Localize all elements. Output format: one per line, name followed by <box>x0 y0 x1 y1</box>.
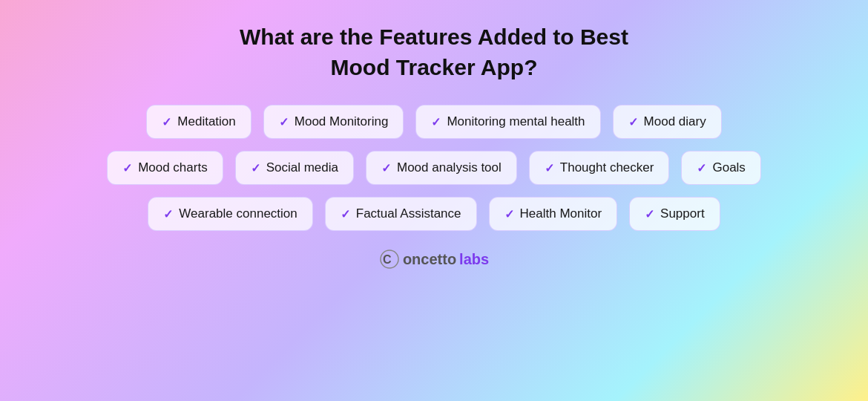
concetto-logo-icon: C <box>379 249 400 270</box>
check-icon-meditation: ✓ <box>162 115 171 129</box>
feature-chip-monitoring-mental-health: ✓Monitoring mental health <box>415 105 600 139</box>
check-icon-mood-monitoring: ✓ <box>279 115 289 129</box>
check-icon-mood-analysis-tool: ✓ <box>381 161 391 175</box>
features-grid: ✓Meditation✓Mood Monitoring✓Monitoring m… <box>30 105 838 231</box>
feature-chip-wearable-connection: ✓Wearable connection <box>148 197 312 231</box>
feature-label-health-monitor: Health Monitor <box>520 206 602 221</box>
feature-chip-mood-monitoring: ✓Mood Monitoring <box>263 105 404 139</box>
svg-text:C: C <box>383 253 392 266</box>
feature-chip-mood-diary: ✓Mood diary <box>613 105 722 139</box>
feature-chip-support: ✓Support <box>629 197 720 231</box>
feature-chip-mood-charts: ✓Mood charts <box>107 151 223 185</box>
check-icon-factual-assistance: ✓ <box>341 207 350 221</box>
feature-chip-health-monitor: ✓Health Monitor <box>489 197 618 231</box>
features-row-2: ✓Wearable connection✓Factual Assistance✓… <box>148 197 720 231</box>
feature-label-mood-diary: Mood diary <box>644 114 706 129</box>
feature-chip-meditation: ✓Meditation <box>146 105 251 139</box>
check-icon-social-media: ✓ <box>251 161 260 175</box>
feature-label-mood-analysis-tool: Mood analysis tool <box>397 160 502 175</box>
check-icon-support: ✓ <box>645 207 654 221</box>
feature-chip-factual-assistance: ✓Factual Assistance <box>325 197 477 231</box>
check-icon-health-monitor: ✓ <box>504 207 514 221</box>
feature-chip-mood-analysis-tool: ✓Mood analysis tool <box>366 151 517 185</box>
feature-label-monitoring-mental-health: Monitoring mental health <box>447 114 585 129</box>
check-icon-mood-charts: ✓ <box>122 161 132 175</box>
feature-label-wearable-connection: Wearable connection <box>179 206 297 221</box>
footer-brand-labs: labs <box>459 251 489 268</box>
feature-chip-goals: ✓Goals <box>681 151 760 185</box>
check-icon-thought-checker: ✓ <box>545 161 554 175</box>
footer: C oncettolabs <box>379 249 489 270</box>
features-row-1: ✓Mood charts✓Social media✓Mood analysis … <box>107 151 761 185</box>
feature-label-mood-charts: Mood charts <box>138 160 208 175</box>
feature-label-meditation: Meditation <box>177 114 235 129</box>
feature-label-social-media: Social media <box>266 160 338 175</box>
feature-label-support: Support <box>660 206 705 221</box>
check-icon-wearable-connection: ✓ <box>163 207 173 221</box>
check-icon-monitoring-mental-health: ✓ <box>431 115 441 129</box>
feature-label-goals: Goals <box>712 160 745 175</box>
feature-label-thought-checker: Thought checker <box>560 160 654 175</box>
feature-chip-social-media: ✓Social media <box>235 151 354 185</box>
footer-brand-concetto: oncetto <box>403 251 456 268</box>
features-row-0: ✓Meditation✓Mood Monitoring✓Monitoring m… <box>146 105 721 139</box>
check-icon-mood-diary: ✓ <box>628 115 638 129</box>
feature-chip-thought-checker: ✓Thought checker <box>529 151 670 185</box>
feature-label-factual-assistance: Factual Assistance <box>356 206 461 221</box>
page-title: What are the Features Added to Best Mood… <box>240 22 628 82</box>
check-icon-goals: ✓ <box>697 161 706 175</box>
feature-label-mood-monitoring: Mood Monitoring <box>295 114 389 129</box>
